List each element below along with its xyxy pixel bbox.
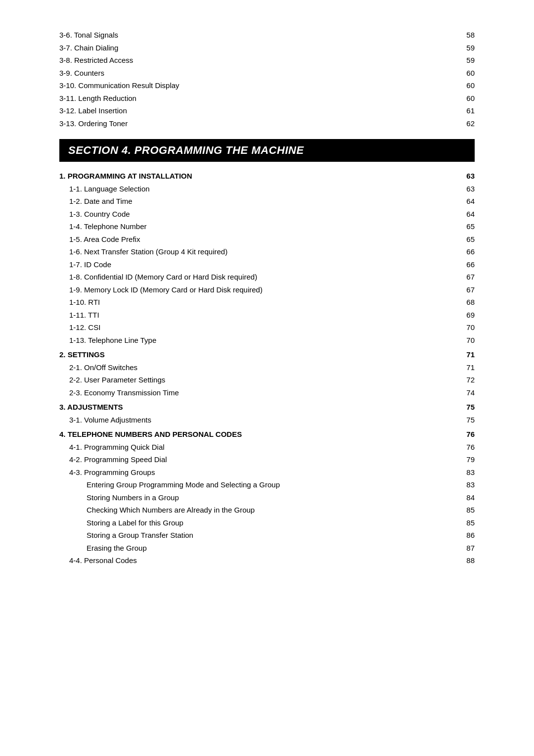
toc-page: 86: [460, 530, 475, 541]
toc-label: 4-1. Programming Quick Dial: [59, 442, 460, 453]
toc-page: 68: [460, 297, 475, 308]
subsection-header-row: 1. PROGRAMMING AT INSTALLATION63: [59, 171, 475, 182]
toc-page: 67: [460, 272, 475, 283]
toc-label: 3-6. Tonal Signals: [59, 30, 460, 41]
toc-page: 58: [460, 30, 475, 41]
toc-label: 3-12. Label Insertion: [59, 105, 460, 117]
toc-page: 87: [460, 543, 475, 554]
toc-row: 1-9. Memory Lock ID (Memory Card or Hard…: [59, 284, 475, 296]
toc-row: 2-3. Economy Transmission Time74: [59, 387, 475, 399]
subsection-header-label: 1. PROGRAMMING AT INSTALLATION: [59, 171, 460, 182]
toc-page: 63: [460, 184, 475, 195]
toc-row: 4-4. Personal Codes88: [59, 555, 475, 567]
section4-title: SECTION 4. PROGRAMMING THE MACHINE: [68, 144, 304, 157]
toc-label: 1-10. RTI: [59, 297, 460, 308]
top-toc-section: 3-6. Tonal Signals583-7. Chain Dialing59…: [59, 30, 475, 129]
toc-label: Erasing the Group: [59, 543, 460, 554]
subsection-header-label: 2. SETTINGS: [59, 349, 460, 361]
subsection-header-page: 63: [460, 171, 475, 182]
toc-label: 3-11. Length Reduction: [59, 93, 460, 104]
toc-label: Entering Group Programming Mode and Sele…: [59, 479, 460, 491]
toc-row: 1-1. Language Selection63: [59, 184, 475, 195]
toc-label: 1-11. TTI: [59, 310, 460, 321]
subsection-header-row: 4. TELEPHONE NUMBERS AND PERSONAL CODES7…: [59, 429, 475, 440]
toc-label: 3-1. Volume Adjustments: [59, 415, 460, 426]
toc-page: 79: [460, 454, 475, 466]
toc-page: 70: [460, 335, 475, 346]
toc-row: 2-1. On/Off Switches71: [59, 362, 475, 374]
toc-row: 1-12. CSI70: [59, 322, 475, 333]
toc-label: Storing a Group Transfer Station: [59, 530, 460, 541]
toc-page: 72: [460, 375, 475, 386]
toc-label: 1-8. Confidential ID (Memory Card or Har…: [59, 272, 460, 283]
subsection-header-page: 75: [460, 402, 475, 413]
toc-page: 66: [460, 246, 475, 258]
toc-page: 75: [460, 415, 475, 426]
section4-header-box: SECTION 4. PROGRAMMING THE MACHINE: [59, 139, 475, 162]
toc-label: 3-8. Restricted Access: [59, 55, 460, 66]
toc-row: Storing Numbers in a Group84: [59, 492, 475, 504]
toc-label: 1-1. Language Selection: [59, 184, 460, 195]
toc-page: 71: [460, 362, 475, 374]
toc-label: 2-3. Economy Transmission Time: [59, 387, 460, 399]
toc-row: Checking Which Numbers are Already in th…: [59, 505, 475, 516]
toc-label: 3-7. Chain Dialing: [59, 43, 460, 54]
toc-row: 1-5. Area Code Prefix65: [59, 234, 475, 245]
toc-page: 69: [460, 310, 475, 321]
toc-row: Storing a Label for this Group85: [59, 518, 475, 529]
toc-label: 1-4. Telephone Number: [59, 221, 460, 233]
toc-label: 1-9. Memory Lock ID (Memory Card or Hard…: [59, 284, 460, 296]
toc-label: 1-2. Date and Time: [59, 196, 460, 207]
toc-page: 85: [460, 505, 475, 516]
toc-page: 67: [460, 284, 475, 296]
toc-row: 3-13. Ordering Toner62: [59, 118, 475, 130]
toc-row: 2-2. User Parameter Settings72: [59, 375, 475, 386]
toc-page: 59: [460, 43, 475, 54]
toc-label: 2-1. On/Off Switches: [59, 362, 460, 374]
toc-page: 76: [460, 442, 475, 453]
subsection-header-label: 4. TELEPHONE NUMBERS AND PERSONAL CODES: [59, 429, 460, 440]
toc-row: 4-2. Programming Speed Dial79: [59, 454, 475, 466]
toc-row: 3-11. Length Reduction60: [59, 93, 475, 104]
toc-row: Entering Group Programming Mode and Sele…: [59, 479, 475, 491]
toc-row: 4-1. Programming Quick Dial76: [59, 442, 475, 453]
toc-page: 64: [460, 209, 475, 220]
toc-page: 65: [460, 234, 475, 245]
toc-row: 1-8. Confidential ID (Memory Card or Har…: [59, 272, 475, 283]
toc-row: 1-7. ID Code66: [59, 259, 475, 271]
toc-row: 3-10. Communication Result Display60: [59, 80, 475, 92]
toc-row: 1-10. RTI68: [59, 297, 475, 308]
toc-row: 1-4. Telephone Number65: [59, 221, 475, 233]
section4-content: 1. PROGRAMMING AT INSTALLATION631-1. Lan…: [59, 171, 475, 570]
toc-row: Storing a Group Transfer Station86: [59, 530, 475, 541]
toc-row: 3-6. Tonal Signals58: [59, 30, 475, 41]
toc-label: 1-7. ID Code: [59, 259, 460, 271]
toc-label: Storing Numbers in a Group: [59, 492, 460, 504]
toc-row: 3-12. Label Insertion61: [59, 105, 475, 117]
toc-label: 3-13. Ordering Toner: [59, 118, 460, 130]
toc-page: 83: [460, 467, 475, 478]
subsection-header-page: 71: [460, 349, 475, 361]
toc-label: 1-6. Next Transfer Station (Group 4 Kit …: [59, 246, 460, 258]
toc-row: 1-2. Date and Time64: [59, 196, 475, 207]
toc-page: 62: [460, 118, 475, 130]
toc-row: 1-3. Country Code64: [59, 209, 475, 220]
toc-row: Erasing the Group87: [59, 543, 475, 554]
toc-page: 65: [460, 221, 475, 233]
toc-row: 3-1. Volume Adjustments75: [59, 415, 475, 426]
toc-page: 60: [460, 80, 475, 92]
toc-page: 88: [460, 555, 475, 567]
toc-row: 3-8. Restricted Access59: [59, 55, 475, 66]
toc-label: 2-2. User Parameter Settings: [59, 375, 460, 386]
toc-page: 60: [460, 93, 475, 104]
subsection-header-row: 3. ADJUSTMENTS75: [59, 402, 475, 413]
toc-row: 1-6. Next Transfer Station (Group 4 Kit …: [59, 246, 475, 258]
toc-row: 1-11. TTI69: [59, 310, 475, 321]
toc-page: 83: [460, 479, 475, 491]
toc-label: 1-13. Telephone Line Type: [59, 335, 460, 346]
toc-page: 66: [460, 259, 475, 271]
subsection-header-label: 3. ADJUSTMENTS: [59, 402, 460, 413]
toc-row: 3-7. Chain Dialing59: [59, 43, 475, 54]
toc-page: 60: [460, 68, 475, 79]
toc-row: 3-9. Counters60: [59, 68, 475, 79]
